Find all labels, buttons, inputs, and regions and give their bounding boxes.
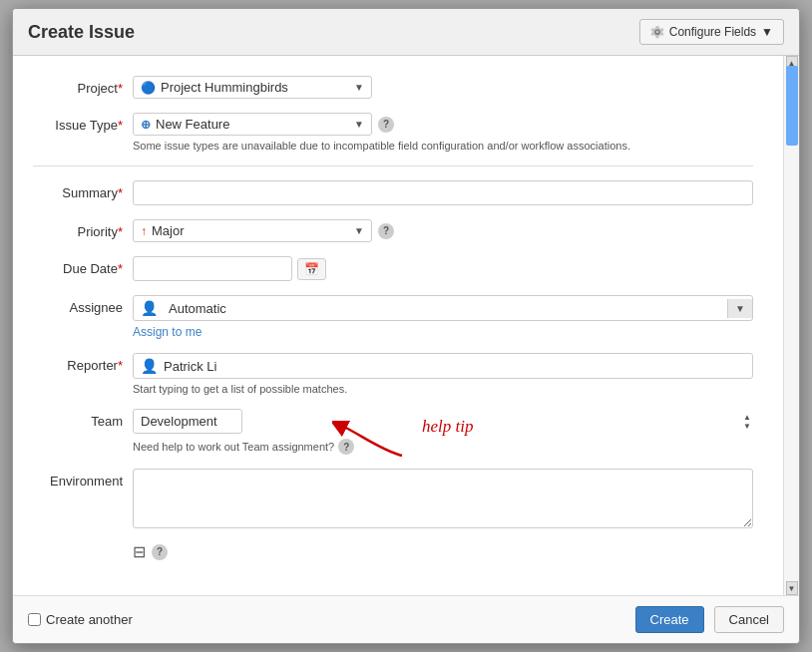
priority-select[interactable]: Major Minor Critical Blocker Trivial <box>152 223 349 238</box>
reporter-hint: Start typing to get a list of possible m… <box>133 383 753 395</box>
assignee-control: 👤 Automatic ▼ Assign to me <box>133 295 753 339</box>
project-required: * <box>118 81 123 96</box>
issue-type-label: Issue Type* <box>33 113 133 133</box>
team-label: Team <box>33 409 133 429</box>
environment-textarea[interactable] <box>133 469 753 528</box>
assignee-dropdown-arrow-icon: ▼ <box>727 299 752 318</box>
issue-type-icon: ⊕ <box>141 118 151 132</box>
issue-type-control: ⊕ New Feature Bug Task Story ▼ ? Some is… <box>133 113 753 152</box>
assignee-select-wrap[interactable]: 👤 Automatic ▼ <box>133 295 753 321</box>
priority-label: Priority* <box>33 219 133 239</box>
configure-fields-label: Configure Fields <box>669 25 756 39</box>
summary-row: Summary* <box>33 180 753 205</box>
project-dropdown-arrow-icon: ▼ <box>354 82 364 93</box>
priority-control: ↑ Major Minor Critical Blocker Trivial ▼… <box>133 219 753 242</box>
summary-input[interactable] <box>133 180 753 205</box>
reporter-row: Reporter* 👤 Patrick Li Start typing to g… <box>33 353 753 395</box>
reporter-wrap[interactable]: 👤 Patrick Li <box>133 353 753 379</box>
assignee-icon: 👤 <box>134 296 165 320</box>
configure-fields-chevron: ▼ <box>761 25 773 39</box>
issue-type-required: * <box>118 118 123 133</box>
environment-control <box>133 469 753 528</box>
create-issue-dialog: Create Issue Configure Fields ▼ Project*… <box>12 8 800 644</box>
due-date-row: Due Date* 📅 <box>33 256 753 281</box>
summary-label: Summary* <box>33 180 133 200</box>
assignee-row: Assignee 👤 Automatic ▼ Assign to me <box>33 295 753 339</box>
collapse-icon[interactable]: ⊟ <box>133 542 146 561</box>
help-tip-arrow <box>332 421 412 461</box>
project-row: Project* 🔵 Project Hummingbirds ▼ <box>33 76 753 99</box>
scrollbar: ▲ ▼ <box>783 56 799 595</box>
priority-required: * <box>118 224 123 239</box>
issue-type-row: Issue Type* ⊕ New Feature Bug Task Story <box>33 113 753 152</box>
help-tip-label: help tip <box>422 417 473 437</box>
more-label <box>33 549 133 554</box>
scrollbar-thumb[interactable] <box>786 66 798 146</box>
create-another-checkbox[interactable] <box>28 613 41 626</box>
date-wrap: 📅 <box>133 256 753 281</box>
project-select[interactable]: Project Hummingbirds <box>161 80 349 95</box>
dialog-title: Create Issue <box>28 22 135 43</box>
dialog-header: Create Issue Configure Fields ▼ <box>13 9 799 56</box>
priority-select-container[interactable]: ↑ Major Minor Critical Blocker Trivial ▼ <box>133 219 372 242</box>
configure-fields-button[interactable]: Configure Fields ▼ <box>639 19 784 45</box>
assign-to-me-link[interactable]: Assign to me <box>133 325 753 339</box>
project-icon: 🔵 <box>141 81 156 95</box>
issue-type-select-container[interactable]: ⊕ New Feature Bug Task Story ▼ <box>133 113 372 136</box>
scrollbar-arrow-down[interactable]: ▼ <box>786 581 798 595</box>
scrollbar-track: ▲ ▼ <box>786 56 798 595</box>
priority-icon: ↑ <box>141 224 147 238</box>
more-controls: ⊟ ? <box>133 542 168 561</box>
environment-label: Environment <box>33 469 133 489</box>
due-date-label: Due Date* <box>33 256 133 276</box>
dialog-body: Project* 🔵 Project Hummingbirds ▼ Issue … <box>13 56 799 595</box>
team-control: Development Design QA DevOps ▲▼ Need hel… <box>133 409 753 455</box>
project-control: 🔵 Project Hummingbirds ▼ <box>133 76 753 99</box>
due-date-required: * <box>118 261 123 276</box>
issue-type-note: Some issue types are unavailable due to … <box>133 140 753 152</box>
team-help-wrap: Need help to work out Team assignment? ? <box>133 439 753 455</box>
dialog-footer: Create another Create Cancel <box>13 595 799 643</box>
reporter-required: * <box>118 358 123 373</box>
project-label: Project* <box>33 76 133 96</box>
project-select-container[interactable]: 🔵 Project Hummingbirds ▼ <box>133 76 372 99</box>
gear-icon <box>650 25 664 39</box>
reporter-label: Reporter* <box>33 353 133 373</box>
priority-row: Priority* ↑ Major Minor Critical Blocker… <box>33 219 753 242</box>
create-button[interactable]: Create <box>635 606 704 633</box>
team-select-arrows-icon: ▲▼ <box>743 413 751 431</box>
summary-required: * <box>118 185 123 200</box>
create-another-label: Create another <box>46 612 133 627</box>
priority-select-wrap: ↑ Major Minor Critical Blocker Trivial ▼… <box>133 219 753 242</box>
team-select[interactable]: Development Design QA DevOps <box>133 409 242 434</box>
priority-arrow-icon: ▼ <box>354 225 364 236</box>
summary-control <box>133 180 753 205</box>
priority-help-icon[interactable]: ? <box>378 223 394 239</box>
issue-type-select-wrap: ⊕ New Feature Bug Task Story ▼ ? <box>133 113 753 136</box>
reporter-control: 👤 Patrick Li Start typing to get a list … <box>133 353 753 395</box>
more-row: ⊟ ? <box>33 542 753 561</box>
assignee-label: Assignee <box>33 295 133 315</box>
due-date-input[interactable] <box>133 256 292 281</box>
reporter-value: Patrick Li <box>164 359 216 374</box>
form-area: Project* 🔵 Project Hummingbirds ▼ Issue … <box>13 56 783 595</box>
cancel-button[interactable]: Cancel <box>714 606 784 633</box>
reporter-icon: 👤 <box>141 358 158 374</box>
team-row: Team Development Design QA DevOps ▲▼ Nee… <box>33 409 753 455</box>
more-help-icon[interactable]: ? <box>152 544 168 560</box>
due-date-control: 📅 <box>133 256 753 281</box>
calendar-button[interactable]: 📅 <box>297 258 326 280</box>
form-divider <box>33 165 753 166</box>
environment-row: Environment <box>33 469 753 528</box>
team-help-text: Need help to work out Team assignment? <box>133 441 334 453</box>
issue-type-select[interactable]: New Feature Bug Task Story <box>156 117 349 132</box>
assignee-select[interactable]: Automatic <box>165 297 727 320</box>
create-another-wrap: Create another <box>28 612 133 627</box>
issue-type-help-icon[interactable]: ? <box>378 117 394 133</box>
issue-type-arrow-icon: ▼ <box>354 119 364 130</box>
